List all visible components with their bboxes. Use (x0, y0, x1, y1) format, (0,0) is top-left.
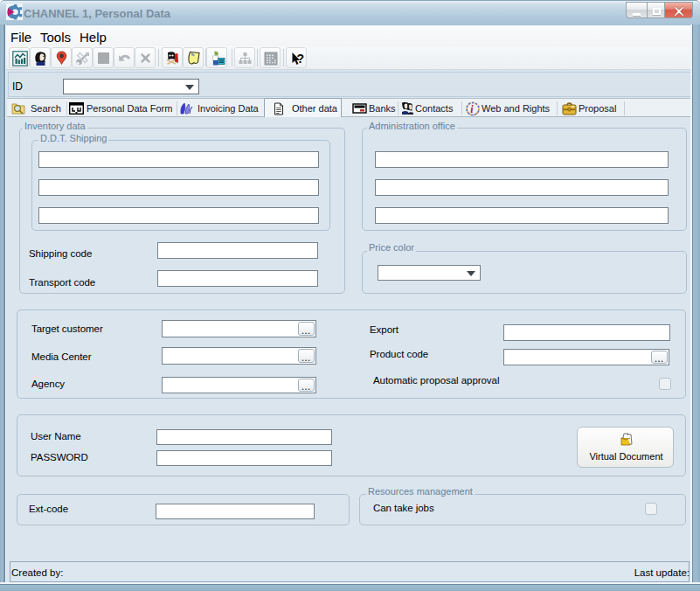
svg-text:i: i (470, 103, 474, 115)
svg-text:?: ? (297, 52, 305, 66)
